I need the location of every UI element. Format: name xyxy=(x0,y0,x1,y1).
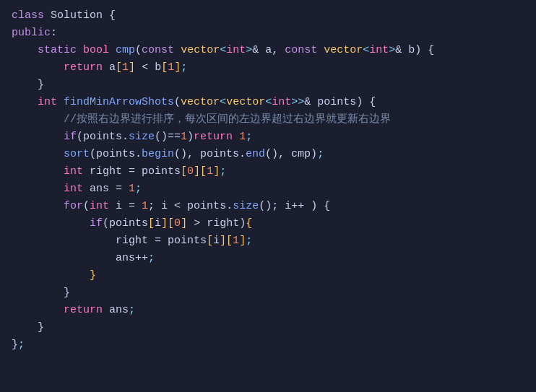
line-5: } xyxy=(12,77,524,94)
line-2: public: xyxy=(12,25,524,42)
line-16: } xyxy=(12,267,524,284)
line-11: int ans = 1; xyxy=(12,180,524,198)
line-1: class Solution { xyxy=(12,7,524,25)
line-6: int findMinArrowShots(vector<vector<int>… xyxy=(12,94,524,111)
line-10: int right = points[0][1]; xyxy=(12,163,524,180)
line-3: static bool cmp(const vector<int>& a, co… xyxy=(12,42,524,59)
line-20: }; xyxy=(12,336,524,354)
line-13: if(points[i][0] > right){ xyxy=(12,215,524,232)
line-4: return a[1] < b[1]; xyxy=(12,59,524,77)
line-17: } xyxy=(12,284,524,302)
line-8: if(points.size()==1)return 1; xyxy=(12,129,524,146)
line-19: } xyxy=(12,319,524,336)
line-12: for(int i = 1; i < points.size(); i++ ) … xyxy=(12,198,524,215)
line-9: sort(points.begin(), points.end(), cmp); xyxy=(12,146,524,163)
line-14: right = points[i][1]; xyxy=(12,232,524,250)
line-7: //按照右边界进行排序，每次区间的左边界超过右边界就更新右边界 xyxy=(12,111,524,129)
line-15: ans++; xyxy=(12,250,524,267)
line-18: return ans; xyxy=(12,302,524,319)
code-editor: class Solution { public: static bool cmp… xyxy=(0,0,536,392)
